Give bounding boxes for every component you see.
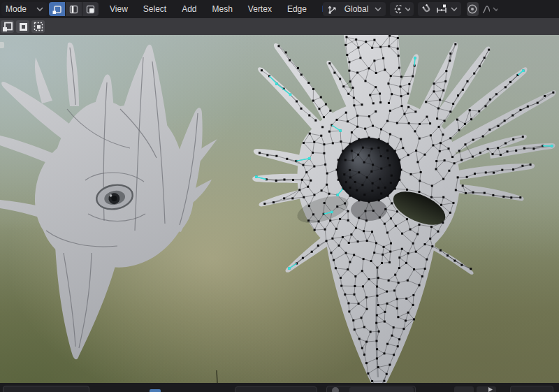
select-subtract-button[interactable]: [31, 20, 45, 33]
select-mode-group: [49, 2, 99, 16]
face-select-icon: [85, 4, 96, 15]
snap-increment-icon[interactable]: [435, 3, 448, 15]
select-set-button[interactable]: [1, 20, 14, 33]
viewport-header: Mode View Select Add Mesh Vertex Edge Fa…: [0, 0, 559, 18]
menu-edge[interactable]: Edge: [280, 4, 314, 14]
proportional-editing-group: [465, 2, 499, 16]
falloff-curve-icon[interactable]: [481, 3, 490, 15]
orientation-axes-icon: [327, 3, 338, 15]
viewport-3d[interactable]: [0, 0, 559, 392]
face-select-button[interactable]: [82, 2, 99, 16]
select-extend-button[interactable]: [16, 20, 29, 33]
chevron-down-icon[interactable]: [451, 6, 458, 12]
timeline-button-c[interactable]: [510, 386, 553, 392]
timeline-bar: [0, 383, 559, 392]
orientation-label: Global: [344, 4, 369, 14]
menu-add[interactable]: Add: [174, 4, 204, 14]
pivot-point-dropdown[interactable]: [390, 2, 414, 16]
timeline-frame-indicator[interactable]: [150, 389, 161, 392]
menu-select[interactable]: Select: [136, 4, 174, 14]
menu-mesh[interactable]: Mesh: [205, 4, 240, 14]
viewport-edge-glyph: [0, 42, 4, 48]
timeline-field-left[interactable]: [235, 386, 317, 392]
select-subtract-icon: [33, 21, 44, 32]
menu-view[interactable]: View: [102, 4, 136, 14]
magnet-icon[interactable]: [421, 3, 433, 15]
pivot-point-icon: [393, 3, 402, 15]
transform-orientation-dropdown[interactable]: Global: [323, 2, 386, 16]
proportional-circle-icon: [467, 3, 478, 15]
chevron-down-icon[interactable]: [493, 6, 498, 12]
timeline-popover-button[interactable]: [3, 386, 89, 392]
chevron-down-icon: [405, 6, 410, 12]
timeline-field-inner: [349, 387, 414, 392]
chevron-down-icon: [36, 6, 43, 12]
menu-vertex[interactable]: Vertex: [240, 4, 280, 14]
vertex-select-icon: [52, 4, 62, 15]
chevron-down-icon: [375, 6, 382, 12]
select-extend-icon: [17, 21, 29, 32]
timeline-button-a[interactable]: [454, 386, 474, 392]
vertex-select-button[interactable]: [49, 2, 65, 16]
proportional-editing-toggle[interactable]: [467, 2, 479, 16]
mode-label: Mode: [6, 4, 27, 14]
timeline-circle-icon: [332, 387, 339, 392]
snap-group: [418, 2, 461, 16]
mode-dropdown[interactable]: Mode: [1, 2, 48, 16]
edge-select-button[interactable]: [66, 2, 82, 16]
select-set-icon: [2, 21, 13, 32]
timeline-button-b[interactable]: [477, 386, 496, 392]
edge-select-icon: [68, 4, 79, 15]
tool-settings-bar: [0, 18, 559, 35]
